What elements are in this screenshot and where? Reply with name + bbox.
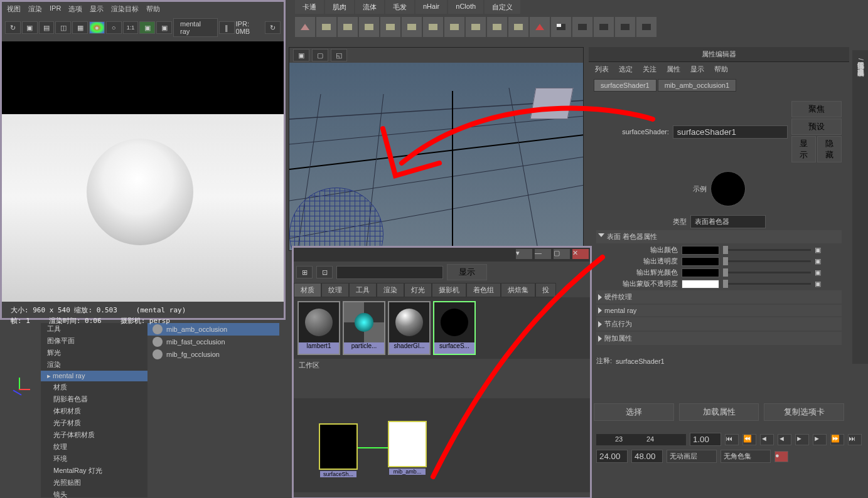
attr-tab-surfaceshader[interactable]: surfaceShader1 — [594, 79, 656, 92]
goto-end-icon[interactable]: ⏭ — [848, 434, 862, 445]
map-icon[interactable]: ▣ — [815, 280, 821, 288]
node-mib-fg-occlusion[interactable]: mib_fg_occlusion — [147, 348, 279, 361]
hide-button[interactable]: 隐藏 — [817, 136, 842, 162]
attr-menu-show[interactable]: 显示 — [690, 65, 704, 74]
timeline-track[interactable]: 23 24 — [596, 434, 686, 445]
hs-tab-bakesets[interactable]: 烘焙集 — [501, 283, 535, 297]
work-node-mib-amb[interactable]: mib_amb... — [388, 421, 427, 467]
hypershade-workarea[interactable]: surfaceSh... mib_amb... — [294, 398, 590, 492]
work-node-surfaceshader[interactable]: surfaceSh... — [319, 423, 358, 470]
shelf-icon-13[interactable] — [551, 17, 571, 37]
ipr-refresh-icon[interactable]: ↻ — [265, 21, 281, 34]
outtrans-swatch[interactable] — [682, 257, 719, 266]
vp-tool-2[interactable]: ▢ — [312, 49, 328, 61]
minimize-icon[interactable]: — — [535, 249, 551, 259]
shelf-icon-2[interactable] — [316, 17, 336, 37]
tree-item[interactable]: MentalRay 灯光 — [41, 465, 147, 477]
section-mentalray[interactable]: mental ray — [596, 305, 842, 316]
type-dropdown[interactable]: 表面着色器 — [690, 215, 766, 228]
hs-tab-materials[interactable]: 材质 — [294, 283, 321, 297]
tree-item[interactable]: 镜头 — [41, 489, 147, 498]
shelf-tab-custom[interactable]: 自定义 — [485, 0, 520, 14]
tree-item[interactable]: 光照贴图 — [41, 477, 147, 489]
outcolor-swatch[interactable] — [682, 246, 719, 255]
render-menu-options[interactable]: 选项 — [68, 4, 82, 14]
shelf-icon-7[interactable] — [423, 17, 443, 37]
play-fwd-icon[interactable]: ► — [795, 434, 809, 445]
show-button[interactable]: 显示 — [791, 136, 816, 162]
render-menu-ipr[interactable]: IPR — [50, 4, 61, 14]
hs-show-button[interactable]: 显示 — [447, 264, 487, 280]
tree-item[interactable]: 渲染 — [41, 359, 147, 371]
window-dropdown-icon[interactable]: ▾ — [516, 249, 532, 259]
right-edge-tabs[interactable]: 属性编辑器 / 通道盒/层编辑器 — [852, 50, 868, 364]
shelf-icon-1[interactable] — [295, 17, 315, 37]
hs-tool-2[interactable]: ⊡ — [316, 266, 333, 278]
close-icon[interactable]: ✕ — [572, 249, 589, 259]
attr-menu-focus[interactable]: 关注 — [643, 65, 656, 74]
tree-item[interactable]: 光子体积材质 — [41, 429, 147, 441]
maximize-icon[interactable]: ▢ — [554, 249, 570, 259]
render-output-image[interactable] — [2, 41, 284, 302]
next-key-icon[interactable]: ► — [813, 434, 827, 445]
tree-item-mentalray[interactable]: ▸ mental ray — [41, 371, 147, 381]
tree-item[interactable]: 体积材质 — [41, 405, 147, 417]
range-start-field[interactable] — [596, 450, 628, 463]
section-shader-attrs[interactable]: 表面 着色器属性 — [596, 230, 842, 243]
shelf-tab-nhair[interactable]: nHair — [415, 0, 447, 14]
vp-tool-3[interactable]: ◱ — [331, 49, 347, 61]
pause-icon[interactable]: ‖ — [219, 21, 235, 34]
material-sample-swatch[interactable] — [710, 171, 746, 206]
ratio-icon[interactable]: 1:1 — [123, 21, 139, 34]
vp-tool-1[interactable]: ▣ — [293, 49, 309, 61]
shelf-tab-muscle[interactable]: 肌肉 — [325, 0, 354, 14]
shelf-icon-16[interactable] — [615, 17, 635, 37]
prev-key-icon[interactable]: ◄ — [760, 434, 774, 445]
mat-surfaceshader[interactable]: surfaceS... — [433, 301, 476, 355]
outcolor-slider[interactable] — [723, 249, 811, 251]
region-icon[interactable]: ▣ — [139, 21, 155, 34]
attr-menu-selected[interactable]: 选定 — [619, 65, 633, 74]
anim-layer-dropdown[interactable]: 无动画层 — [667, 450, 717, 463]
step-fwd-icon[interactable]: ⏩ — [830, 434, 844, 445]
shelf-icon-15[interactable] — [594, 17, 614, 37]
autokey-icon[interactable]: ● — [774, 451, 788, 462]
camera-icon[interactable]: ▣ — [22, 21, 38, 34]
load-attr-button[interactable]: 加载属性 — [679, 403, 759, 421]
map-icon[interactable]: ▣ — [815, 246, 821, 254]
render-menu-view[interactable]: 视图 — [7, 4, 21, 14]
outglow-swatch[interactable] — [682, 268, 719, 277]
shelf-icon-14[interactable] — [572, 17, 592, 37]
hs-tab-render[interactable]: 渲染 — [377, 283, 404, 297]
rgb-icon[interactable]: ● — [89, 21, 105, 34]
render-menu-target[interactable]: 渲染目标 — [111, 4, 139, 14]
render-engine-dropdown[interactable]: mental ray — [173, 18, 218, 37]
current-frame-field[interactable] — [690, 433, 721, 446]
shelf-tab-ncloth[interactable]: nCloth — [448, 0, 483, 14]
snapshot-icon[interactable]: ▦ — [72, 21, 88, 34]
node-mib-fast-occlusion[interactable]: mib_fast_occlusion — [147, 336, 279, 348]
render-menu-render[interactable]: 渲染 — [28, 4, 42, 14]
shelf-icon-6[interactable] — [402, 17, 422, 37]
section-extra-attrs[interactable]: 附加属性 — [596, 332, 842, 345]
tree-item[interactable]: 光子材质 — [41, 417, 147, 429]
reload-icon[interactable]: ↻ — [5, 21, 21, 34]
hypershade-titlebar[interactable]: ▾ — ▢ ✕ — [294, 248, 590, 262]
alpha-icon[interactable]: ○ — [106, 21, 122, 34]
viewport-content[interactable] — [289, 63, 583, 250]
tree-item[interactable]: 阴影着色器 — [41, 393, 147, 405]
attr-menu-help[interactable]: 帮助 — [714, 65, 728, 74]
perspective-viewport[interactable]: ▣ ▢ ◱ — [289, 47, 584, 251]
tree-item[interactable]: 图像平面 — [41, 335, 147, 347]
frame-icon[interactable]: ◫ — [55, 21, 71, 34]
shelf-icon-3[interactable] — [338, 17, 358, 37]
section-node-behavior[interactable]: 节点行为 — [596, 317, 842, 331]
attr-menu-list[interactable]: 列表 — [595, 65, 609, 74]
shelf-icon-5[interactable] — [380, 17, 400, 37]
shelf-icon-12[interactable] — [530, 17, 550, 37]
shelf-tab-fur[interactable]: 毛发 — [385, 0, 414, 14]
clapper-icon[interactable]: ▤ — [39, 21, 55, 34]
mat-shadergl[interactable]: shaderGl... — [388, 301, 431, 355]
copy-tab-button[interactable]: 复制选项卡 — [764, 403, 844, 421]
hs-tab-projections[interactable]: 投 — [535, 283, 556, 297]
